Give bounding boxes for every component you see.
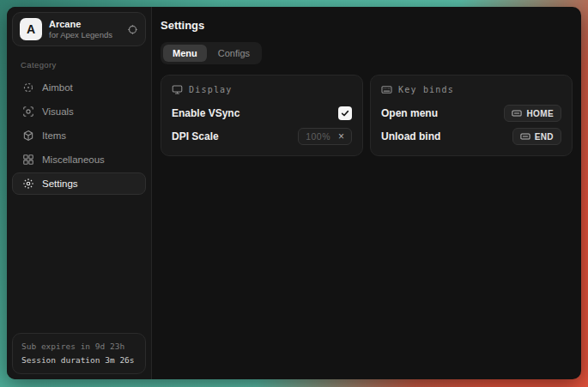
sidebar-item-settings[interactable]: Settings (12, 172, 146, 195)
session-duration-text: Session duration 3m 26s (21, 354, 136, 367)
category-nav: Aimbot Visuals Items (12, 76, 146, 195)
sidebar-item-label: Items (42, 130, 66, 141)
app-window: A Arcane for Apex Legends Category A (7, 7, 581, 379)
sidebar-item-items[interactable]: Items (12, 124, 146, 147)
scan-icon (21, 106, 34, 118)
grid-icon (21, 154, 34, 166)
keyboard-icon (381, 84, 392, 95)
keyboard-icon (512, 108, 522, 118)
enable-vsync-label: Enable VSync (172, 107, 239, 119)
app-logo: A (20, 18, 42, 40)
main-content: Settings Menu Configs Display Enable VSy… (152, 7, 581, 379)
unload-bind-label: Unload bind (381, 130, 440, 142)
sidebar: A Arcane for Apex Legends Category A (7, 7, 152, 379)
logo-letter: A (27, 22, 35, 36)
monitor-icon (172, 84, 183, 95)
sidebar-item-label: Aimbot (42, 82, 73, 93)
sidebar-item-visuals[interactable]: Visuals (12, 100, 146, 123)
open-menu-bind-button[interactable]: HOME (504, 105, 561, 122)
crosshair-icon (21, 82, 34, 94)
keybinds-card-header: Key binds (381, 84, 561, 95)
gear-icon (21, 178, 34, 190)
dpi-scale-value: 100% (306, 131, 330, 142)
sidebar-item-miscellaneous[interactable]: Miscellaneous (12, 148, 146, 171)
card-title: Key binds (398, 85, 454, 94)
open-menu-row: Open menu HOME (381, 105, 561, 122)
display-card-header: Display (172, 84, 352, 95)
vsync-row: Enable VSync (172, 105, 352, 122)
bind-key-label: END (535, 132, 554, 142)
subscription-info: Sub expires in 9d 23h Session duration 3… (12, 333, 146, 374)
keyboard-icon (520, 131, 530, 142)
open-menu-label: Open menu (381, 107, 438, 119)
brand-card: A Arcane for Apex Legends (12, 12, 146, 46)
clear-icon[interactable]: × (338, 131, 344, 142)
unload-bind-button[interactable]: END (512, 128, 561, 145)
sub-expires-text: Sub expires in 9d 23h (21, 340, 136, 354)
vsync-checkbox[interactable] (338, 106, 352, 120)
dpi-scale-label: DPI Scale (172, 130, 219, 142)
tab-configs[interactable]: Configs (209, 45, 259, 62)
brand-subtitle: for Apex Legends (49, 30, 120, 39)
cube-icon (21, 130, 34, 142)
bind-key-label: HOME (526, 109, 554, 118)
tab-menu[interactable]: Menu (163, 45, 207, 62)
brand-text: Arcane for Apex Legends (49, 19, 120, 39)
sidebar-item-label: Visuals (42, 106, 74, 117)
sidebar-item-label: Miscellaneous (42, 154, 105, 165)
page-title: Settings (161, 19, 573, 32)
check-icon (341, 109, 349, 118)
sidebar-item-aimbot[interactable]: Aimbot (12, 76, 146, 99)
category-label: Category (21, 60, 146, 70)
keybinds-card: Key binds Open menu HOME Unload bind (370, 75, 573, 156)
dpi-row: DPI Scale 100% × (172, 128, 352, 145)
settings-cards: Display Enable VSync DPI Scale 100% × (161, 75, 573, 156)
display-card: Display Enable VSync DPI Scale 100% × (161, 75, 363, 156)
crosshair-target-icon[interactable] (127, 24, 138, 35)
brand-title: Arcane (49, 19, 120, 29)
unload-bind-row: Unload bind END (381, 128, 561, 145)
tab-bar: Menu Configs (161, 42, 262, 64)
sidebar-item-label: Settings (42, 178, 78, 189)
card-title: Display (189, 85, 233, 94)
dpi-scale-input[interactable]: 100% × (298, 128, 352, 145)
